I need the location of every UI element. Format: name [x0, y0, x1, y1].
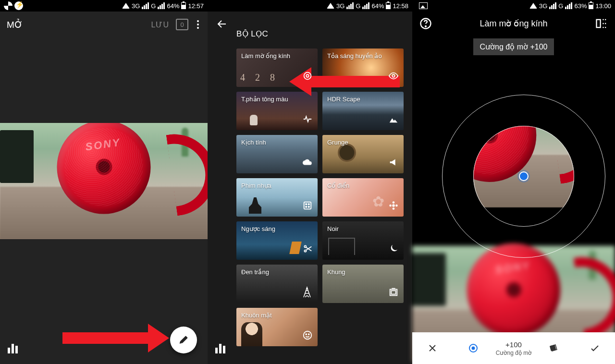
svg-point-5 [308, 204, 309, 205]
styles-button[interactable] [534, 342, 574, 354]
effect-title: Làm mờ ống kính [480, 18, 547, 29]
panel-lens-blur-edit: 3G G 63% 13:00 Làm mờ ống kính Cường độ … [412, 0, 615, 364]
filters-title: BỘ LỌC [236, 29, 268, 39]
svg-point-4 [306, 204, 307, 205]
status-bar: 3G G 63% 13:00 [412, 0, 615, 12]
brand-label: SONY [494, 259, 531, 276]
clock: 12:57 [188, 2, 204, 10]
filter-frames[interactable]: Khung [322, 265, 404, 303]
panel-editor-home: 3G G 64% 12:57 MỞ LƯU 0 [0, 0, 208, 364]
strength-display[interactable]: +100 Cường độ mờ [493, 340, 534, 356]
network-3g: 3G [132, 2, 140, 10]
edit-fab-button[interactable] [170, 327, 197, 353]
battery-icon [181, 2, 186, 9]
frame-icon [388, 287, 399, 299]
filter-grainy-film[interactable]: Phim nhựa [236, 178, 318, 217]
clock: 12:58 [393, 2, 408, 10]
megaphone-icon [388, 157, 399, 170]
annotation-arrow [62, 327, 168, 350]
svg-rect-3 [304, 202, 311, 209]
open-button[interactable]: MỞ [7, 19, 23, 30]
face-icon [302, 330, 313, 342]
editor-toolbar: MỞ LƯU 0 [0, 12, 208, 37]
filter-face[interactable]: Khuôn mặt [236, 308, 318, 346]
signal-2-icon [158, 2, 165, 9]
photos-icon [4, 1, 12, 10]
image-icon [419, 2, 428, 9]
svg-point-21 [425, 26, 426, 27]
svg-rect-22 [597, 20, 601, 27]
svg-point-7 [308, 206, 309, 207]
filter-black-white[interactable]: Đen trắng [236, 265, 318, 303]
network-g: G [558, 2, 563, 10]
svg-point-11 [389, 205, 392, 207]
svg-point-19 [308, 334, 309, 335]
filter-vintage[interactable]: Cổ điển [322, 178, 404, 217]
brand-label: SONY [84, 136, 121, 153]
back-button[interactable] [214, 16, 230, 32]
filter-tonal-contrast[interactable]: T.phản tông màu [236, 92, 318, 130]
svg-point-2 [392, 74, 395, 77]
network-3g: 3G [539, 2, 547, 10]
svg-rect-16 [391, 291, 395, 294]
clock: 13:00 [595, 2, 611, 10]
signal-2-icon [362, 2, 369, 9]
wifi-icon [529, 3, 537, 9]
apply-button[interactable] [575, 342, 615, 354]
panel-filters: 3G G 64% 12:58 BỘ LỌC Làm mờ ống kính Tỏ… [208, 0, 412, 364]
histogram-button[interactable] [215, 344, 225, 353]
svg-point-1 [306, 74, 309, 77]
edit-count-badge[interactable]: 0 [176, 19, 188, 30]
wifi-icon [122, 3, 130, 9]
tower-icon [302, 286, 312, 300]
battery-icon [386, 2, 391, 9]
wifi-icon [327, 3, 334, 9]
signal-1-icon [346, 2, 354, 9]
svg-point-12 [395, 205, 398, 207]
network-g: G [356, 2, 360, 10]
battery-pct: 64% [371, 2, 384, 10]
battery-pct: 64% [167, 2, 179, 10]
network-g: G [151, 2, 156, 10]
signal-2-icon [565, 2, 572, 9]
svg-point-17 [304, 331, 312, 340]
svg-point-8 [392, 204, 395, 207]
mountain-icon [388, 114, 399, 126]
svg-point-10 [393, 207, 395, 210]
shape-circular-button[interactable] [453, 342, 493, 354]
svg-point-13 [304, 245, 306, 247]
histogram-button[interactable] [8, 344, 18, 353]
compare-button[interactable] [595, 17, 608, 30]
eye-icon [388, 71, 399, 83]
photo-preview[interactable]: SONY [0, 123, 208, 239]
svg-point-6 [306, 206, 307, 207]
dice-icon [302, 200, 313, 213]
battery-pct: 63% [574, 2, 587, 10]
flower-icon [388, 200, 399, 213]
filter-grunge[interactable]: Grunge [322, 135, 404, 173]
filter-retrolux[interactable]: Ngược sáng [236, 221, 318, 260]
svg-point-24 [472, 347, 474, 350]
network-3g: 3G [336, 2, 344, 10]
svg-point-18 [306, 334, 307, 335]
save-button[interactable]: LƯU [151, 20, 169, 29]
cancel-button[interactable] [412, 342, 453, 354]
pencil-icon [179, 335, 188, 345]
help-button[interactable] [419, 17, 432, 30]
svg-point-9 [393, 201, 395, 204]
messenger-icon [14, 1, 23, 10]
status-bar: 3G G 64% 12:57 [0, 0, 208, 12]
blur-strength-chip: Cường độ mờ +100 [473, 38, 554, 55]
battery-icon [589, 2, 593, 9]
filter-drama[interactable]: Kịch tính [236, 135, 318, 173]
pulse-icon [302, 114, 313, 126]
overflow-menu-icon[interactable] [195, 18, 201, 31]
filter-hdr-scape[interactable]: HDR Scape [322, 92, 404, 130]
svg-point-14 [304, 250, 306, 252]
signal-1-icon [142, 2, 149, 9]
lens-icon [302, 71, 313, 83]
moon-icon [388, 243, 399, 256]
filter-noir[interactable]: Noir [322, 221, 404, 260]
signal-1-icon [549, 2, 556, 9]
focus-center-handle[interactable] [519, 171, 529, 181]
